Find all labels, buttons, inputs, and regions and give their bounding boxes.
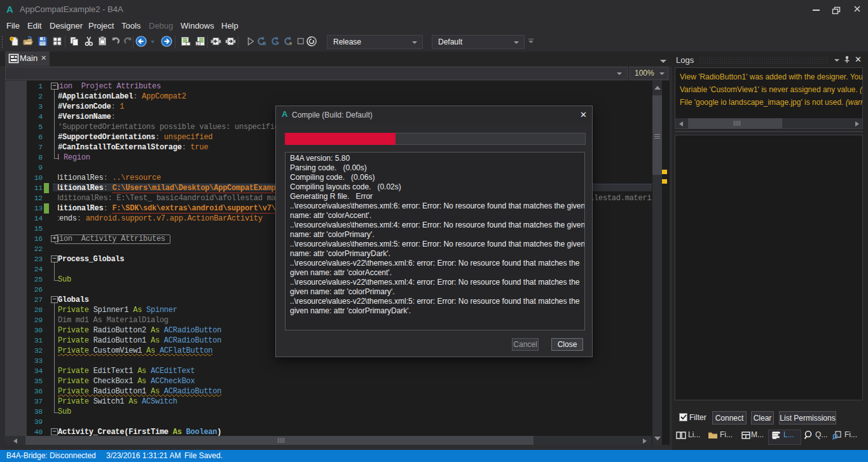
svg-text:2: 2 <box>196 41 199 46</box>
